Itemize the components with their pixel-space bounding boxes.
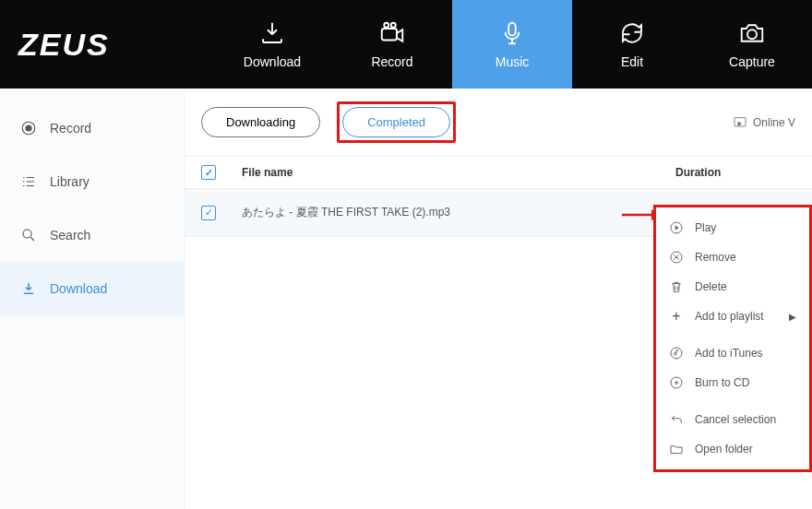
select-all-checkbox[interactable] [201, 165, 216, 180]
sidebar-item-search[interactable]: Search [0, 208, 184, 262]
plus-icon: + [669, 309, 684, 324]
ctx-open-folder[interactable]: Open folder [656, 434, 809, 464]
svg-point-14 [671, 377, 682, 388]
svg-rect-8 [734, 117, 746, 125]
record-dot-icon [20, 120, 37, 136]
trash-icon [669, 279, 684, 294]
refresh-icon [618, 19, 646, 47]
annotation-completed-highlight: Completed [337, 101, 456, 143]
ctx-play[interactable]: Play [656, 213, 809, 243]
download-icon [258, 19, 286, 47]
ctx-add-itunes[interactable]: Add to iTunes [656, 338, 809, 368]
svg-point-1 [384, 23, 388, 28]
table-header: File name Duration [185, 156, 812, 189]
nav-record[interactable]: Record [332, 0, 452, 89]
sidebar-item-download[interactable]: Download [0, 262, 184, 315]
row-checkbox[interactable] [201, 206, 216, 220]
ctx-burn-cd[interactable]: Burn to CD [656, 368, 809, 397]
remove-icon [669, 250, 684, 265]
sidebar: Record Library Search Download [0, 89, 185, 509]
online-video-button[interactable]: Online V [733, 115, 795, 130]
column-filename[interactable]: File name [242, 166, 675, 179]
folder-icon [669, 442, 684, 456]
ctx-cancel-selection[interactable]: Cancel selection [656, 405, 809, 434]
search-icon [20, 227, 37, 243]
list-icon [20, 173, 37, 190]
sidebar-item-record[interactable]: Record [0, 101, 184, 155]
download-arrow-icon [20, 280, 37, 297]
submenu-arrow-icon: ▶ [789, 312, 796, 322]
play-icon [669, 220, 684, 235]
itunes-icon [669, 346, 684, 361]
context-menu: Play Remove Delete + Add to playlist ▶ A… [653, 205, 812, 472]
video-camera-icon [378, 19, 406, 47]
microphone-icon [498, 19, 526, 47]
sidebar-item-library[interactable]: Library [0, 155, 184, 208]
tab-downloading[interactable]: Downloading [201, 107, 320, 137]
ctx-remove[interactable]: Remove [656, 243, 809, 272]
toolbar: Downloading Completed Online V [185, 89, 812, 156]
ctx-delete[interactable]: Delete [656, 272, 809, 302]
column-duration[interactable]: Duration [675, 166, 795, 179]
nav-edit[interactable]: Edit [572, 0, 692, 89]
top-nav-bar: ZEUS Download Record Music Edit Capture [0, 0, 812, 89]
svg-point-2 [391, 23, 396, 28]
undo-icon [669, 412, 684, 427]
row-filename: あたらよ - 夏霞 THE FIRST TAKE (2).mp3 [242, 205, 675, 220]
main-content: Downloading Completed Online V File name… [185, 89, 812, 509]
svg-rect-3 [508, 23, 516, 36]
svg-point-4 [747, 30, 757, 39]
nav-capture[interactable]: Capture [692, 0, 812, 89]
nav-music[interactable]: Music [452, 0, 572, 89]
nav-tabs: Download Record Music Edit Capture [212, 0, 812, 89]
nav-download[interactable]: Download [212, 0, 332, 89]
svg-point-6 [26, 125, 31, 131]
tab-completed[interactable]: Completed [342, 107, 450, 137]
cd-icon [669, 375, 684, 390]
svg-point-15 [675, 382, 678, 385]
svg-point-7 [23, 230, 31, 238]
ctx-add-playlist[interactable]: + Add to playlist ▶ [656, 302, 809, 331]
camera-icon [738, 19, 766, 47]
app-logo: ZEUS [0, 0, 128, 89]
globe-icon [733, 115, 747, 130]
svg-rect-0 [382, 29, 397, 41]
